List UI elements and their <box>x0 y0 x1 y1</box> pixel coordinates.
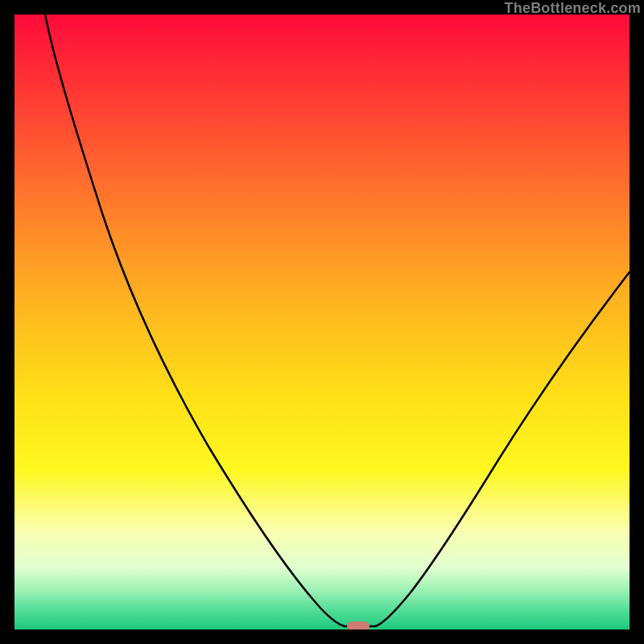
bottleneck-curve <box>45 14 630 626</box>
optimal-marker <box>347 621 369 630</box>
plot-area <box>14 14 630 630</box>
curve-layer <box>14 14 630 630</box>
watermark-label: TheBottleneck.com <box>505 0 641 17</box>
chart-stage: TheBottleneck.com <box>0 0 644 644</box>
